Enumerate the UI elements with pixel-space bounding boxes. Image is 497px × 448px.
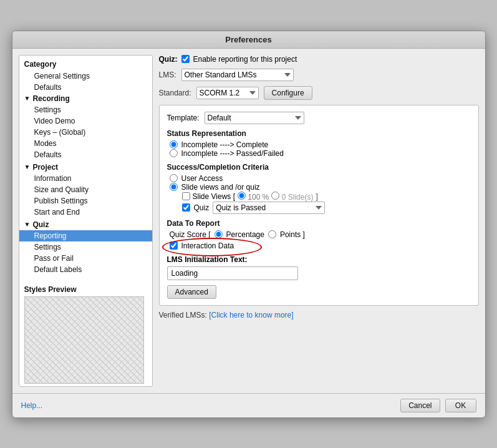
verified-lms-link[interactable]: [Click here to know more] bbox=[209, 311, 293, 319]
configure-button[interactable]: Configure bbox=[264, 86, 312, 100]
dialog-title: Preferences bbox=[12, 31, 485, 49]
lms-label: LMS: bbox=[159, 71, 176, 79]
interaction-data-row: Interaction Data bbox=[167, 241, 471, 250]
ok-button[interactable]: OK bbox=[445, 399, 476, 412]
lms-select[interactable]: Other Standard LMSs SCORM Cloud Adobe Co… bbox=[181, 69, 294, 81]
sidebar-item-modes[interactable]: Modes bbox=[19, 138, 152, 149]
slide-views-row: Slide views and /or quiz bbox=[167, 183, 471, 192]
dialog-body: Category General Settings Defaults ▼ Rec… bbox=[12, 49, 485, 393]
status-opt1-row: Incomplete ----> Complete bbox=[167, 140, 471, 149]
help-link[interactable]: Help... bbox=[21, 401, 43, 410]
sidebar-item-video-demo[interactable]: Video Demo bbox=[19, 115, 152, 127]
quiz-arrow-icon: ▼ bbox=[24, 221, 31, 228]
status-opt2-radio[interactable] bbox=[170, 149, 178, 157]
preferences-dialog: Preferences Category General Settings De… bbox=[12, 31, 486, 418]
status-representation-title: Status Representation bbox=[167, 129, 471, 138]
status-opt1-radio[interactable] bbox=[170, 140, 178, 149]
status-opt1-label: Incomplete ----> Complete bbox=[181, 140, 269, 149]
template-label: Template: bbox=[167, 114, 200, 122]
sidebar-item-reporting[interactable]: Reporting bbox=[19, 230, 152, 241]
lms-init-section: LMS Initialization Text: Loading bbox=[167, 255, 471, 280]
quiz-criteria-select[interactable]: Quiz is Passed Quiz is Complete Quiz is … bbox=[213, 202, 325, 214]
category-header: Category bbox=[19, 58, 152, 71]
slide-views-detail-row: Slide Views [ 100 % 0 Slide(s) ] bbox=[167, 192, 471, 202]
quiz-enable-row: Quiz: Enable reporting for this project bbox=[159, 55, 479, 64]
percentage-label: Percentage bbox=[226, 230, 264, 239]
user-access-row: User Access bbox=[167, 174, 471, 183]
status-opt2-label: Incomplete ----> Passed/Failed bbox=[181, 149, 284, 158]
sidebar-item-information[interactable]: Information bbox=[19, 173, 152, 184]
quiz-score-text: Quiz Score [ bbox=[170, 230, 211, 239]
quiz-enable-checkbox[interactable] bbox=[181, 55, 190, 63]
project-label: Project bbox=[32, 163, 58, 172]
quiz-criteria-checkbox[interactable] bbox=[182, 203, 190, 212]
advanced-button[interactable]: Advanced bbox=[167, 285, 216, 299]
status-opt2-row: Incomplete ----> Passed/Failed bbox=[167, 149, 471, 158]
slide-views-label: Slide views and /or quiz bbox=[181, 183, 260, 192]
tree-group-project: ▼ Project Information Size and Quality P… bbox=[19, 162, 152, 218]
quiz-label-prefix: Quiz: bbox=[159, 55, 178, 64]
sidebar-group-recording[interactable]: ▼ Recording bbox=[19, 93, 152, 104]
quiz-criteria-row: Quiz Quiz is Passed Quiz is Complete Qui… bbox=[167, 202, 471, 214]
sidebar-item-pass-or-fail[interactable]: Pass or Fail bbox=[19, 253, 152, 264]
data-to-report-title: Data To Report bbox=[167, 219, 471, 228]
verified-lms-text: Verified LMSs: bbox=[159, 311, 207, 319]
dialog-footer: Help... Cancel OK bbox=[12, 393, 485, 417]
slide-views-slides-radio: 0 Slide(s) bbox=[271, 192, 313, 202]
tree-group-quiz: ▼ Quiz Reporting Settings Pass or Fail D… bbox=[19, 219, 152, 275]
sidebar-item-settings[interactable]: Settings bbox=[19, 104, 152, 115]
lms-init-input[interactable]: Loading bbox=[167, 266, 298, 280]
right-panel: Quiz: Enable reporting for this project … bbox=[159, 55, 479, 387]
lms-init-label: LMS Initialization Text: bbox=[167, 255, 471, 264]
lms-row: LMS: Other Standard LMSs SCORM Cloud Ado… bbox=[159, 69, 479, 81]
sidebar-item-defaults-rec[interactable]: Defaults bbox=[19, 149, 152, 160]
points-label: Points ] bbox=[280, 230, 305, 239]
cancel-button[interactable]: Cancel bbox=[400, 399, 440, 412]
standard-select[interactable]: SCORM 1.2 SCORM 2004 AICC bbox=[196, 87, 259, 99]
left-panel: Category General Settings Defaults ▼ Rec… bbox=[19, 55, 153, 387]
advanced-row: Advanced bbox=[167, 285, 471, 299]
project-arrow-icon: ▼ bbox=[24, 163, 31, 170]
percentage-radio[interactable] bbox=[215, 230, 223, 238]
user-access-label: User Access bbox=[181, 174, 223, 183]
recording-label: Recording bbox=[32, 94, 69, 103]
percent-radio[interactable] bbox=[238, 192, 246, 200]
footer-buttons: Cancel OK bbox=[400, 399, 476, 412]
sidebar-item-size-quality[interactable]: Size and Quality bbox=[19, 184, 152, 195]
interaction-data-label: Interaction Data bbox=[181, 241, 234, 250]
template-select[interactable]: Default bbox=[205, 112, 304, 124]
quiz-enable-text: Enable reporting for this project bbox=[193, 55, 297, 64]
interaction-data-checkbox[interactable] bbox=[170, 241, 178, 250]
quiz-criteria-text: Quiz bbox=[194, 203, 210, 212]
slides-radio[interactable] bbox=[271, 192, 279, 200]
sidebar-item-general-settings[interactable]: General Settings bbox=[19, 71, 152, 82]
template-row: Template: Default bbox=[167, 112, 471, 124]
sidebar-group-quiz[interactable]: ▼ Quiz bbox=[19, 219, 152, 230]
verified-lms-row: Verified LMSs: [Click here to know more] bbox=[159, 311, 479, 319]
standard-label: Standard: bbox=[159, 89, 191, 97]
points-radio[interactable] bbox=[268, 230, 276, 238]
status-representation-section: Status Representation Incomplete ----> C… bbox=[167, 129, 471, 158]
success-criteria-title: Success/Completion Criteria bbox=[167, 163, 471, 172]
sidebar-item-keys-global[interactable]: Keys – (Global) bbox=[19, 127, 152, 138]
sidebar-item-defaults-top[interactable]: Defaults bbox=[19, 82, 152, 93]
slide-views-checkbox[interactable] bbox=[182, 192, 190, 200]
data-to-report-section: Data To Report Quiz Score [ Percentage P… bbox=[167, 219, 471, 250]
quiz-score-row: Quiz Score [ Percentage Points ] bbox=[167, 230, 471, 239]
slide-views-radio[interactable] bbox=[170, 183, 178, 191]
standard-row: Standard: SCORM 1.2 SCORM 2004 AICC Conf… bbox=[159, 86, 479, 100]
percent-label: 100 % bbox=[248, 193, 269, 202]
content-box: Template: Default Status Representation … bbox=[159, 105, 479, 306]
sidebar-item-start-end[interactable]: Start and End bbox=[19, 207, 152, 218]
tree-group-recording: ▼ Recording Settings Video Demo Keys – (… bbox=[19, 93, 152, 160]
styles-preview-box bbox=[24, 296, 144, 384]
bracket-label: ] bbox=[316, 192, 317, 201]
sidebar-group-project[interactable]: ▼ Project bbox=[19, 162, 152, 173]
sidebar-item-default-labels[interactable]: Default Labels bbox=[19, 264, 152, 275]
slide-views-percent-radio: 100 % bbox=[238, 192, 269, 202]
recording-arrow-icon: ▼ bbox=[24, 95, 31, 102]
user-access-radio[interactable] bbox=[170, 174, 178, 182]
slides-count-label: 0 Slide(s) bbox=[282, 193, 314, 202]
sidebar-item-settings-quiz[interactable]: Settings bbox=[19, 241, 152, 253]
sidebar-item-publish-settings[interactable]: Publish Settings bbox=[19, 195, 152, 207]
